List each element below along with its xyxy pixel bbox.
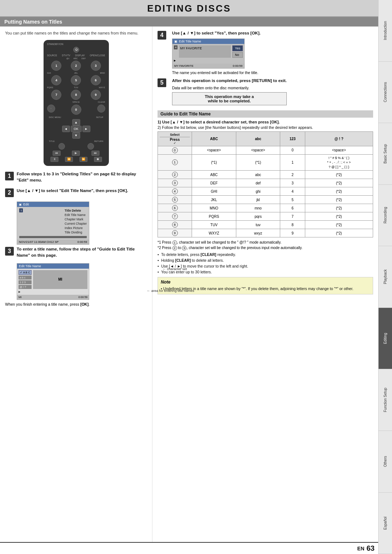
step4-footer-time: 0:00:59: [233, 64, 242, 68]
dpad-mid-row: ◄ OK ►: [62, 126, 90, 132]
charset-special: @ ! ?: [19, 285, 32, 289]
table-row: 1 (*1) (*1) 1 ! " # $ % & ' ( )* + , - .…: [158, 154, 373, 171]
row-123-0: 0: [280, 146, 305, 154]
step-1-block: 1 Follow steps 1 to 3 in "Deleting Title…: [5, 171, 147, 184]
step-1-text: Follow steps 1 to 3 in "Deleting Titles"…: [17, 171, 147, 184]
sidebar-item-others[interactable]: Others: [379, 431, 392, 493]
remote-ffw[interactable]: ⏭: [91, 151, 99, 156]
remote-btn-4[interactable]: 4: [51, 75, 61, 85]
footer-page-num: 63: [367, 544, 375, 553]
row-sp-6: (*2): [305, 204, 373, 212]
row-num-1: 1: [158, 154, 192, 171]
step4-title-bar: ▣ Edit Title Name: [172, 39, 244, 44]
row-abcl-7: pqrs: [236, 212, 280, 221]
step-2-text: Use [▲ / ▼] to select "Edit Title Name",…: [17, 188, 128, 194]
row-abc-2: ABC: [192, 171, 236, 179]
remote-btn-dot[interactable]: ·: [47, 105, 55, 113]
step4-ss-icon: ▣: [174, 40, 177, 43]
remote-btn-9[interactable]: 9: [91, 90, 101, 100]
bullet-1: To delete letters, press [CLEAR] repeate…: [158, 252, 373, 258]
step3-footer-note: When you finish entering a title name, p…: [5, 302, 147, 306]
step4-note: The name you entered will be activated f…: [172, 70, 261, 75]
remote-btn-7[interactable]: 7: [51, 90, 61, 100]
char-ss-footer: MI 0:00:59: [17, 295, 89, 300]
step-5-block: 5 After this operation is completed, pre…: [158, 78, 373, 107]
row-abcl-2: abc: [236, 171, 280, 179]
sidebar-item-recording[interactable]: Recording: [379, 185, 392, 247]
step4-input-text: MY FAVORITE: [180, 46, 202, 50]
remote-stop[interactable]: ⏹: [94, 157, 102, 162]
remote-label-row: DISC MENU SETUP: [47, 116, 105, 118]
step-2-block: 2 Use [▲ / ▼] to select "Edit Title Name…: [5, 188, 147, 197]
dpad-down-row: ▼: [72, 132, 80, 139]
screenshot-title-bar: ▣ Edit: [17, 202, 89, 207]
sidebar-item-basic-setup[interactable]: Basic Setup: [379, 123, 392, 185]
row-123-4: 4: [280, 187, 305, 196]
remote-btn-8[interactable]: 8: [71, 90, 81, 100]
sidebar-item-connections[interactable]: Connections: [379, 62, 392, 123]
info-box-line2: while to be completed.: [175, 99, 283, 103]
step4-options: Yes No: [232, 45, 243, 58]
remote-rew[interactable]: ⏮: [53, 151, 61, 156]
char-table: Select Press ✓ ABC abc 123 @ ! ? 0: [158, 131, 373, 238]
remote-btn-2[interactable]: 2: [71, 61, 81, 71]
item-num: 1: [19, 208, 23, 212]
sidebar-item-function-setup[interactable]: Function Setup: [379, 369, 392, 431]
remote-btn-3[interactable]: 3: [91, 61, 101, 71]
remote-return-btn[interactable]: [87, 143, 94, 150]
info-box: This operation may take a while to be co…: [172, 92, 287, 105]
charset-123: 1 2 3: [19, 280, 32, 284]
row-sp-5: (*2): [305, 196, 373, 204]
remote-btn-1[interactable]: 1: [51, 61, 61, 71]
step4-ss-title: Edit Title Name: [179, 40, 201, 43]
row-123-6: 6: [280, 204, 305, 212]
page-footer: EN 63: [0, 542, 378, 554]
footer-time: 0:00:59: [77, 240, 87, 244]
footer-en: EN: [357, 546, 364, 551]
remote-slow-rew[interactable]: ⏪: [65, 157, 73, 162]
remote-play[interactable]: ▶: [72, 151, 80, 156]
remote-slow-ffw[interactable]: ⏩: [79, 157, 87, 162]
screenshot-footer: NOV/21/07 11:00AM CH12 SP 0:00:59: [17, 240, 89, 244]
step-2-number: 2: [5, 188, 14, 197]
step-5-number: 5: [158, 78, 166, 87]
remote-control: STANDBY/ON ⏻ SOURCE DTV/TV DISPLAY OPEN/…: [44, 40, 109, 166]
menu-item-5: Index Picture: [65, 226, 87, 230]
remote-source-row: SOURCE DTV/TV DISPLAY OPEN/CLOSE: [47, 54, 105, 57]
remote-title-btn[interactable]: [58, 143, 65, 150]
row-num-4: 4: [158, 187, 192, 196]
screenshot-icon: ▣: [19, 203, 22, 206]
menu-item-2: Edit Title Name: [65, 213, 87, 217]
remote-transport-row1: ⏮ ▶ ⏭: [47, 151, 105, 156]
remote-btn-0[interactable]: 0: [71, 105, 81, 115]
remote-power-button[interactable]: ⏻: [73, 47, 79, 53]
sidebar-item-playback[interactable]: Playback: [379, 246, 392, 308]
remote-btn-5[interactable]: 5: [71, 75, 81, 85]
char-cursor: ▶: [19, 290, 87, 293]
dpad-left[interactable]: ◄: [62, 126, 70, 132]
row-sp-7: (*2): [305, 212, 373, 221]
row-abcl-3: def: [236, 179, 280, 187]
table-row: 5 JKL jkl 5 (*2): [158, 196, 373, 204]
row-123-9: 9: [280, 229, 305, 237]
dpad-ok[interactable]: OK: [71, 126, 82, 132]
dpad-down[interactable]: ▼: [72, 132, 80, 139]
page-title-bar: EDITING DISCS: [0, 0, 378, 17]
step4-no-option: No: [232, 52, 243, 58]
dpad-right[interactable]: ►: [82, 126, 90, 132]
guide-step1: 1) Use [▲ / ▼] to select a desired chara…: [158, 120, 373, 124]
remote-pause[interactable]: ⏸: [50, 157, 58, 162]
sidebar-item-introduction[interactable]: Introduction: [379, 0, 392, 62]
table-row: 9 WXYZ wxyz 9 (*2): [158, 229, 373, 237]
row-123-5: 5: [280, 196, 305, 204]
sidebar-item-editing[interactable]: Editing: [379, 308, 392, 370]
remote-btn-clear[interactable]: [97, 105, 105, 113]
charset-abc-lower: a b c: [19, 276, 32, 280]
remote-standby-row: STANDBY/ON: [47, 43, 105, 45]
table-row: 6 MNO mno 6 (*2): [158, 204, 373, 212]
sidebar-item-espanol[interactable]: Español: [379, 493, 392, 554]
right-column: 4 Use [▲ / ▼] to select "Yes", then pres…: [152, 27, 378, 542]
dpad-up[interactable]: ▲: [72, 119, 80, 126]
progress-bar: [19, 236, 87, 238]
remote-btn-6[interactable]: 6: [91, 75, 101, 85]
